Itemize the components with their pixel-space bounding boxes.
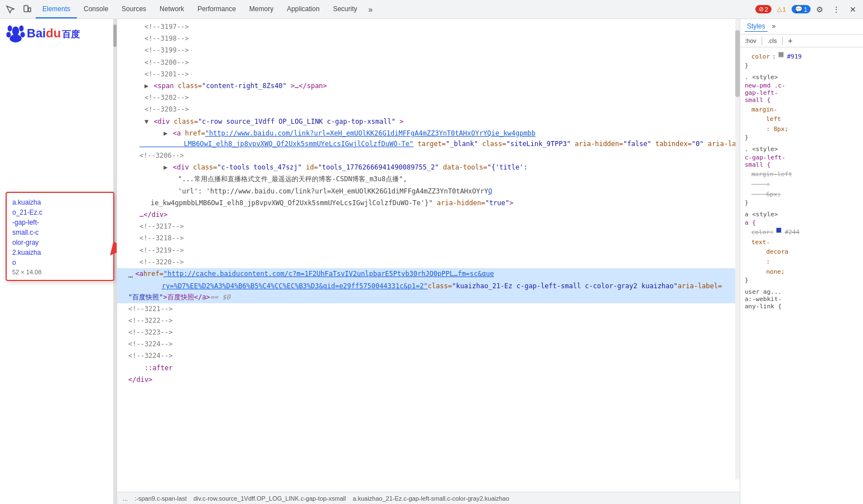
info-badge[interactable]: 💬 1	[792, 5, 811, 13]
html-line: 'url': 'http://www.baidu.com/link?url=Xe…	[117, 186, 740, 197]
html-line[interactable]: ▶ <span class="content-right_8Zs40" >…</…	[117, 80, 740, 92]
tab-styles[interactable]: Styles	[745, 21, 768, 32]
color-swatch[interactable]	[776, 227, 782, 233]
tab-application[interactable]: Application	[280, 0, 326, 18]
baidu-logo-area: Baidu百度	[0, 19, 117, 48]
svg-rect-0	[24, 6, 28, 12]
style-source: a <style>	[745, 211, 859, 218]
error-count: 2	[765, 6, 768, 13]
svg-point-4	[19, 26, 23, 32]
style-source: user ag... a:-webkit- any-link {	[745, 288, 859, 310]
styles-content[interactable]: color : #919 } . <style> new-pmd .c-gap-…	[740, 47, 863, 504]
info-count: 1	[804, 6, 807, 13]
style-section: . <style> new-pmd .c-gap-left-small { ma…	[745, 74, 859, 142]
html-line: <!--3198-->	[117, 33, 740, 45]
svg-point-7	[9, 35, 22, 42]
tab-sources[interactable]: Sources	[115, 0, 153, 18]
more-tabs-button[interactable]: »	[364, 0, 377, 18]
style-section: . <style> c-gap-left-small { margin-left…	[745, 146, 859, 206]
devtools-top-right: ⚙ ⋮ ✕	[812, 2, 861, 17]
html-line: <!--3206-->	[117, 150, 740, 162]
html-pseudo-after: ::after	[117, 362, 740, 374]
style-source: . <style>	[745, 74, 859, 81]
tab-security[interactable]: Security	[326, 0, 364, 18]
tooltip-size: 52 × 14.08	[12, 269, 108, 275]
tab-memory[interactable]: Memory	[243, 0, 280, 18]
page-preview: Baidu百度 a.kuaizha o_21-Ez.c -gap-left- s…	[0, 19, 117, 504]
styles-header: Styles »	[740, 19, 863, 35]
more-options-icon[interactable]: ⋮	[828, 2, 844, 17]
svg-point-2	[12, 26, 20, 35]
svg-point-5	[6, 32, 11, 37]
html-line[interactable]: ▶ <a href="http://www.baidu.com/link?url…	[117, 128, 740, 150]
style-rule: margin-left : 6px;	[745, 169, 859, 199]
close-devtools-icon[interactable]: ✕	[845, 2, 861, 17]
html-line: …</div>	[117, 209, 740, 221]
style-rule: color : #919	[745, 52, 859, 62]
breadcrumb-item[interactable]: ...	[122, 495, 129, 502]
svg-rect-1	[28, 8, 31, 12]
tab-network[interactable]: Network	[153, 0, 191, 18]
breadcrumb-item[interactable]: a.kuaizhao_21-Ez.c-gap-left-small.c-colo…	[351, 495, 510, 502]
tab-elements[interactable]: Elements	[36, 0, 77, 18]
html-line: <!--3217-->	[117, 221, 740, 232]
html-line: <!--3224-->	[117, 338, 740, 350]
ellipsis-button[interactable]: …	[128, 269, 133, 281]
style-selector: a {	[745, 219, 859, 226]
style-rule: color: #244	[745, 227, 859, 238]
style-section: a <style> a { color: #244 text- decora :…	[745, 211, 859, 284]
warning-icon: △	[777, 6, 782, 13]
style-section: user ag... a:-webkit- any-link {	[745, 288, 859, 310]
elements-content[interactable]: <!--3197--> <!--3198--> <!--3199--> <!--…	[117, 19, 740, 492]
info-icon: 💬	[795, 6, 803, 13]
baidu-logo-text: Baidu百度	[27, 26, 80, 41]
styles-panel: Styles » :hov | .cls | + color : #919	[740, 19, 863, 504]
html-line[interactable]: ▶ <div class="c-tools tools_47szj" id="t…	[117, 162, 740, 173]
svg-point-6	[21, 32, 25, 37]
select-element-icon[interactable]	[2, 2, 18, 17]
styles-filter-hov[interactable]: :hov	[745, 37, 756, 44]
style-rule: margin- left : 8px;	[745, 105, 859, 134]
tab-console[interactable]: Console	[77, 0, 115, 18]
error-badge[interactable]: ⊘ 2	[755, 5, 772, 13]
style-selector: new-pmd .c-gap-left-small {	[745, 82, 859, 104]
style-source: . <style>	[745, 146, 859, 153]
color-swatch[interactable]	[778, 52, 784, 57]
device-toggle-icon[interactable]	[19, 2, 35, 17]
html-line: <!--3223-->	[117, 327, 740, 338]
html-line: <!--3224-->	[117, 350, 740, 362]
devtools-toolbar: Elements Console Sources Network Perform…	[0, 0, 863, 19]
html-line: ie_kw4gpmbbLMB6OwI_elh8_jp8vpvXWQ_Of2Uxk…	[117, 197, 740, 209]
html-line: <!--3218-->	[117, 232, 740, 244]
styles-filter-plus[interactable]: +	[788, 36, 793, 45]
html-line: <!--3203-->	[117, 104, 740, 115]
breadcrumb-item[interactable]: div.c-row.source_1Vdff.OP_LOG_LINK.c-gap…	[192, 495, 348, 502]
styles-filter-cls[interactable]: .cls	[768, 37, 777, 44]
style-brace: }	[745, 134, 859, 141]
tab-performance[interactable]: Performance	[191, 0, 243, 18]
html-line: <!--3197-->	[117, 21, 740, 33]
breadcrumb-item[interactable]: :-span9.c-span-last	[133, 495, 188, 502]
warning-count: 1	[783, 6, 786, 13]
html-line: <!--3199-->	[117, 45, 740, 56]
tooltip-class-text: a.kuaizha o_21-Ez.c -gap-left- small.c-c…	[12, 197, 108, 268]
selected-element-line[interactable]: … <a href="http://cache.baiducontent.com…	[117, 268, 740, 303]
style-brace: }	[745, 62, 859, 69]
styles-filter-bar: :hov | .cls | +	[740, 35, 863, 47]
elements-panel: <!--3197--> <!--3198--> <!--3199--> <!--…	[117, 19, 740, 504]
preview-scroll-thumb[interactable]	[113, 25, 117, 47]
styles-tabs: Styles »	[745, 21, 778, 32]
html-line: <!--3202-->	[117, 92, 740, 104]
style-selector: c-gap-left-small {	[745, 154, 859, 168]
warning-badge[interactable]: △ 1	[775, 5, 788, 13]
html-line[interactable]: ▼ <div class="c-row source_1Vdff OP_LOG_…	[117, 116, 740, 128]
elements-breadcrumb: ... :-span9.c-span-last div.c-row.source…	[117, 492, 740, 504]
tab-more-styles[interactable]: »	[770, 21, 778, 32]
html-line: <!--3200-->	[117, 57, 740, 69]
devtools-badges: ⊘ 2 △ 1 💬 1	[755, 5, 811, 13]
baidu-paw-icon	[6, 23, 26, 43]
elements-scrollbar[interactable]	[735, 19, 740, 479]
elements-scroll-thumb[interactable]	[735, 30, 740, 97]
settings-icon[interactable]: ⚙	[812, 2, 827, 17]
html-line: "...常用点播和直播格式文件_最遥远的天秤的博客-CSDN博客_m3u8点播"…	[117, 173, 740, 185]
